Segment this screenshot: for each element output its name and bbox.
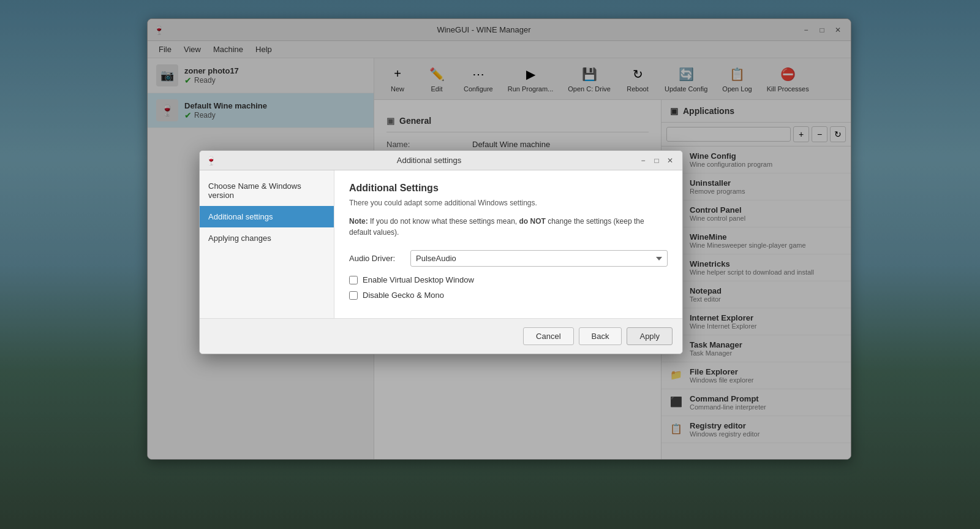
modal-overlay: 🍷 Additional settings − □ ✕ Choose Name … <box>0 0 980 529</box>
additional-settings-modal: 🍷 Additional settings − □ ✕ Choose Name … <box>199 150 683 354</box>
modal-icon: 🍷 <box>206 156 216 166</box>
modal-note-bold: do NOT <box>519 217 546 226</box>
modal-body: Choose Name & Windows version Additional… <box>200 170 682 318</box>
modal-close-button[interactable]: ✕ <box>664 154 676 167</box>
modal-note: Note: If you do not know what these sett… <box>349 216 668 238</box>
modal-title-bar: 🍷 Additional settings − □ ✕ <box>200 151 682 170</box>
modal-heading: Additional Settings <box>349 183 668 194</box>
modal-note-text: If you do not know what these settings m… <box>370 217 519 226</box>
modal-maximize-button[interactable]: □ <box>650 154 663 167</box>
audio-driver-select[interactable]: PulseAudio ALSA OSS Disabled <box>410 250 668 267</box>
modal-title: Additional settings <box>221 156 637 165</box>
gecko-mono-row: Disable Gecko & Mono <box>349 291 668 300</box>
back-button[interactable]: Back <box>579 327 622 345</box>
cancel-button[interactable]: Cancel <box>523 327 573 345</box>
apply-button[interactable]: Apply <box>627 327 673 345</box>
audio-driver-field: Audio Driver: PulseAudio ALSA OSS Disabl… <box>349 250 668 267</box>
gecko-mono-label[interactable]: Disable Gecko & Mono <box>363 291 444 300</box>
gecko-mono-checkbox[interactable] <box>349 291 358 300</box>
modal-controls: − □ ✕ <box>637 154 676 167</box>
modal-main-content: Additional Settings There you could adap… <box>334 170 682 318</box>
virtual-desktop-checkbox[interactable] <box>349 276 358 284</box>
audio-driver-label: Audio Driver: <box>349 254 404 263</box>
modal-subtext: There you could adapt some additional Wi… <box>349 197 668 208</box>
modal-nav-additional-settings[interactable]: Additional settings <box>200 206 334 227</box>
modal-sidebar: Choose Name & Windows version Additional… <box>200 170 334 318</box>
modal-nav-applying-changes[interactable]: Applying changes <box>200 227 334 249</box>
modal-nav-choose-name[interactable]: Choose Name & Windows version <box>200 175 334 206</box>
virtual-desktop-row: Enable Virtual Desktop Window <box>349 275 668 284</box>
modal-minimize-button[interactable]: − <box>637 154 649 167</box>
virtual-desktop-label[interactable]: Enable Virtual Desktop Window <box>363 275 474 284</box>
modal-note-bold-prefix: Note: <box>349 217 368 226</box>
modal-footer: Cancel Back Apply <box>200 318 682 354</box>
